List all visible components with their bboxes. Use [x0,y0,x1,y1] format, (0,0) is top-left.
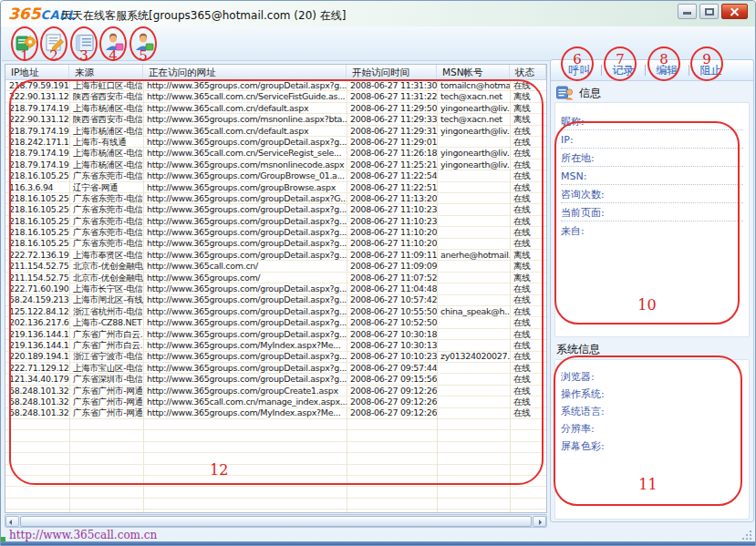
table-cell: 219.136.144.199 [5,340,69,351]
close-button[interactable] [721,4,748,19]
table-cell: 陕西省西安市-电信... [69,91,143,102]
table-cell: 218.79.174.193 [5,148,69,159]
compose-button[interactable] [43,31,67,55]
table-row[interactable]: 222.90.131.129陕西省西安市-电信...http://www.365… [5,114,546,125]
table-row[interactable]: 125.122.84.123浙江省杭州市-电信http://www.365gro… [5,306,546,317]
table-cell: http://www.365groups.com/groupDetail.asp… [143,137,347,148]
table-row[interactable]: 222.71.60.190上海市长宁区-电信...http://www.365g… [5,283,546,294]
status-bar-link[interactable]: http://www.365call.com.cn [9,529,157,541]
table-row[interactable]: 219.136.144.199广东省广州市白云...http://www.365… [5,329,546,340]
table-row[interactable]: 222.72.136.195上海市奉贤区-电信...http://www.365… [5,250,546,261]
table-row[interactable]: 211.154.52.75北京市-优创金融电...http://www.365c… [5,261,546,272]
table-cell [437,386,510,397]
table-cell: http://www.365groups.com/groupCreate1.as… [143,386,347,397]
table-cell: 在线 [510,283,546,294]
toolbar [2,26,754,61]
config-button[interactable] [14,31,37,55]
table-cell: 2008-06-27 10:30:18 [347,329,437,340]
table-cell: 在线 [510,294,546,305]
table-row[interactable]: 58.24.159.213上海市闸北区-有线...http://www.365g… [5,294,546,305]
column-header[interactable]: MSN帐号 [437,65,510,79]
maximize-button[interactable] [699,4,719,19]
table-cell: 广东省广州市-网通 [69,397,143,407]
table-cell: 2008-06-27 11:29:01 [347,137,437,148]
edit-button[interactable]: 编辑 [646,63,689,78]
table-cell: 58.248.101.32 [5,397,69,407]
table-cell: 2008-06-27 11:13:20 [347,193,437,204]
table-row[interactable]: 218.242.171.130上海市-有线通http://www.365grou… [5,137,546,148]
table-row[interactable]: 218.16.105.250广东省东莞市-电信...http://www.365… [5,170,546,181]
table-row[interactable]: 219.136.144.199广东省广州市白云...http://www.365… [5,340,546,351]
table-row[interactable]: 218.16.105.250广东省东莞市-电信...http://www.365… [5,238,546,249]
table-row[interactable]: 116.3.6.94辽宁省-网通http://www.365groups.com… [5,182,546,193]
table-row[interactable]: 220.189.194.198浙江省宁波市-电信http://www.365gr… [5,351,546,362]
table-row[interactable]: 211.154.52.75北京市-优创金融电...http://www.365g… [5,273,546,283]
column-header[interactable]: 开始访问时间 [347,65,437,79]
table-cell: 在线 [510,363,546,374]
table-cell: 218.79.59.191 [5,80,69,91]
table-row[interactable]: 58.248.101.32广东省广州市-网通http://www.365grou… [5,386,546,397]
table-row[interactable]: 58.248.101.32广东省广州市-网通http://www.365call… [5,397,546,407]
table-cell: 离线 [510,261,546,272]
table-row[interactable]: 222.71.129.121上海市宝山区-电信...http://www.365… [5,363,546,374]
table-row[interactable]: 218.16.105.250广东省东莞市-电信...http://www.365… [5,204,546,215]
invite-user-button[interactable] [132,31,156,55]
table-cell: 广东省广州市-网通 [69,386,143,397]
table-row[interactable]: 218.16.105.250广东省东莞市-电信...http://www.365… [5,227,546,238]
table-cell: http://www.365groups.com/groupDetail.asp… [143,216,347,227]
table-cell: 218.16.105.250 [5,193,69,204]
table-row[interactable]: 218.79.174.193上海市杨浦区-电信...http://www.365… [5,160,546,170]
table-row[interactable]: 218.16.105.250广东省东莞市-电信...http://www.365… [5,193,546,204]
table-cell: http://www.365groups.com/groupDetail.asp… [143,193,347,204]
maximize-icon [705,8,714,15]
info-field-label: 当前页面: [561,203,743,221]
table-cell: 广东省东莞市-电信... [69,204,143,215]
table-cell: 广东省深圳市-电信 [69,374,143,385]
table-row[interactable]: 202.136.217.69上海市-CZ88.NEThttp://www.365… [5,317,546,328]
system-section-title: 系统信息 [556,343,600,355]
invite-user-icon [132,31,156,55]
table-cell: 2008-06-27 11:09:09 [347,261,437,272]
table-row[interactable]: 218.79.174.193上海市杨浦区-电信...http://www.365… [5,103,546,114]
table-row[interactable]: 121.34.40.179广东省深圳市-电信http://www.365grou… [5,374,546,385]
table-cell: yingonearth@liv... [437,160,510,170]
call-button[interactable]: 呼叫 [558,63,601,78]
table-cell: 上海市宝山区-电信... [69,363,143,374]
table-cell: 220.189.194.198 [5,351,69,362]
column-header[interactable]: IP地址 [5,65,69,79]
record-button[interactable]: 记录 [602,63,645,78]
table-cell: 2008-06-27 11:26:18 [347,148,437,159]
table-row[interactable]: 218.16.105.250广东省东莞市-电信...http://www.365… [5,216,546,227]
table-row[interactable]: 218.79.59.191上海市虹口区-电信...http://www.365g… [5,80,546,91]
table-cell: http://www.365groups.com/msnonline.aspx?… [143,114,347,125]
table-row[interactable]: 218.79.174.193上海市杨浦区-电信...http://www.365… [5,126,546,137]
table-cell: 2008-06-27 09:57:44 [347,363,437,374]
table-cell [437,137,510,148]
table-cell: 陕西省西安市-电信... [69,114,143,125]
table-cell: 在线 [510,137,546,148]
scroll-right-button[interactable] [533,516,546,527]
action-button-bar: 呼叫记录编辑阻止 [551,60,753,81]
block-button[interactable]: 阻止 [689,63,732,78]
column-header[interactable]: 来源 [69,65,143,79]
table-cell: tech@xacn.net [437,91,510,102]
horizontal-scrollbar[interactable] [5,514,547,528]
table-cell: 2008-06-27 11:29:31 [347,126,437,137]
scroll-left-button[interactable] [5,516,19,527]
table-cell: 2008-06-27 11:07:52 [347,273,437,283]
table-row[interactable]: 218.79.174.193上海市杨浦区-电信...http://www.365… [5,148,546,159]
minimize-button[interactable] [678,4,697,19]
table-cell: 在线 [510,193,546,204]
scrollbar-thumb[interactable] [20,516,532,527]
resize-grip[interactable] [740,529,751,540]
table-cell: 北京市-优创金融电... [69,261,143,272]
table-cell [437,340,510,351]
table-row[interactable]: 58.248.101.32广东省广州市-网通http://www.365grou… [5,407,546,418]
records-button[interactable] [73,31,97,55]
block-user-button[interactable] [102,31,126,55]
table-cell: 2008-06-27 10:55:50 [347,306,437,317]
column-header[interactable]: 状态 [510,65,546,79]
column-header[interactable]: 正在访问的网址 [143,65,347,79]
table-row[interactable]: 222.90.131.129陕西省西安市-电信...http://www.365… [5,91,546,102]
arrow-right-icon [539,520,542,525]
